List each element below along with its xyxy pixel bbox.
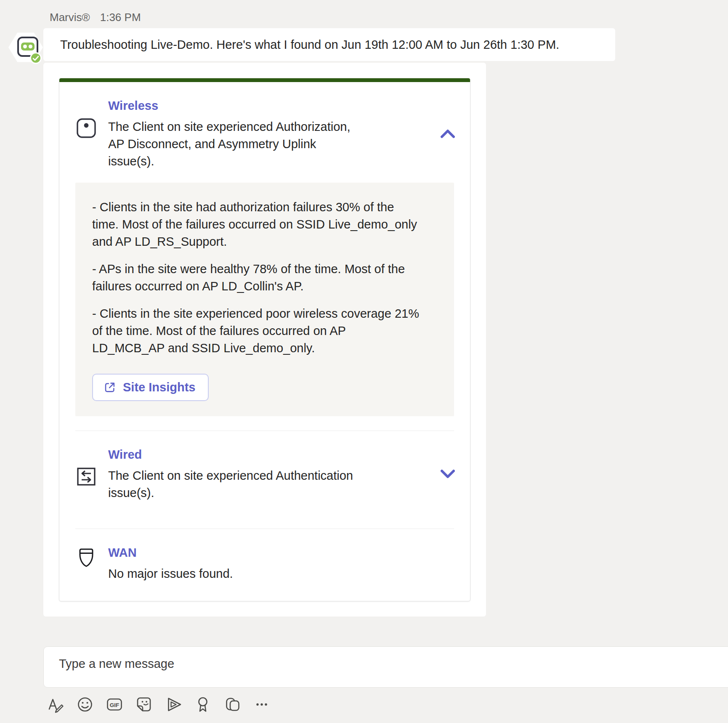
wireless-title: Wireless xyxy=(108,97,433,114)
wan-shield-icon xyxy=(76,544,108,582)
chevron-up-icon xyxy=(441,129,455,138)
wireless-collapse-button[interactable] xyxy=(433,129,455,138)
intro-text: Troubleshooting Live-Demo. Here's what I… xyxy=(60,38,559,52)
robot-mouth xyxy=(21,43,35,51)
more-options-button[interactable] xyxy=(252,695,271,714)
wan-title: WAN xyxy=(108,544,433,561)
section-wireless: Wireless The Client on site experienced … xyxy=(59,82,470,183)
sticker-button[interactable] xyxy=(135,695,153,714)
message-input[interactable] xyxy=(59,657,718,671)
access-point-icon xyxy=(76,97,108,170)
stream-icon xyxy=(164,695,183,714)
wired-body: Wired The Client on site experienced Aut… xyxy=(108,446,433,502)
robot-eye-icon xyxy=(23,45,27,48)
praise-button[interactable] xyxy=(194,695,212,714)
section-wan: WAN No major issues found. xyxy=(59,529,470,601)
wireless-body: Wireless The Client on site experienced … xyxy=(108,97,433,170)
external-link-icon xyxy=(103,381,116,394)
format-icon xyxy=(46,695,65,714)
message-bubble-intro: Troubleshooting Live-Demo. Here's what I… xyxy=(43,28,615,61)
troubleshooting-card: Wireless The Client on site experienced … xyxy=(59,78,470,601)
emoji-icon xyxy=(76,695,94,714)
sticker-icon xyxy=(135,695,153,714)
wireless-details-panel: - Clients in the site had authorization … xyxy=(75,183,454,416)
chevron-down-icon xyxy=(441,469,455,478)
wireless-bullet-authorization: - Clients in the site had authorization … xyxy=(92,199,437,250)
wan-summary: No major issues found. xyxy=(108,565,433,582)
updates-icon xyxy=(223,695,242,714)
verified-check-icon xyxy=(30,52,42,64)
switch-icon xyxy=(76,446,108,502)
praise-icon xyxy=(194,695,212,714)
wan-body: WAN No major issues found. xyxy=(108,544,433,582)
site-insights-button[interactable]: Site Insights xyxy=(92,374,209,401)
updates-button[interactable] xyxy=(223,695,242,714)
wireless-summary: The Client on site experienced Authoriza… xyxy=(108,118,433,170)
wireless-bullet-ap-health: - APs in the site were healthy 78% of th… xyxy=(92,260,437,295)
message-bubble-card: Wireless The Client on site experienced … xyxy=(43,63,486,617)
stream-button[interactable] xyxy=(164,695,183,714)
gif-button[interactable]: GIF xyxy=(105,695,124,714)
message-timestamp: 1:36 PM xyxy=(100,11,141,24)
compose-toolbar: GIF xyxy=(46,695,271,714)
wired-title: Wired xyxy=(108,446,433,463)
message-composer xyxy=(43,646,728,688)
wired-expand-button[interactable] xyxy=(433,469,455,478)
more-options-icon xyxy=(252,695,271,714)
gif-icon: GIF xyxy=(105,695,124,714)
format-button[interactable] xyxy=(46,695,65,714)
gif-label: GIF xyxy=(110,702,120,708)
emoji-button[interactable] xyxy=(76,695,94,714)
wired-summary: The Client on site experienced Authentic… xyxy=(108,467,433,502)
site-insights-label: Site Insights xyxy=(123,380,195,394)
card-accent-bar xyxy=(59,78,470,82)
bot-avatar[interactable] xyxy=(8,30,44,64)
message-meta: Marvis® 1:36 PM xyxy=(50,11,141,24)
sender-name: Marvis® xyxy=(50,11,90,24)
robot-eye-icon xyxy=(29,45,32,48)
wireless-bullet-coverage: - Clients in the site experienced poor w… xyxy=(92,305,437,357)
section-wired: Wired The Client on site experienced Aut… xyxy=(59,431,470,514)
